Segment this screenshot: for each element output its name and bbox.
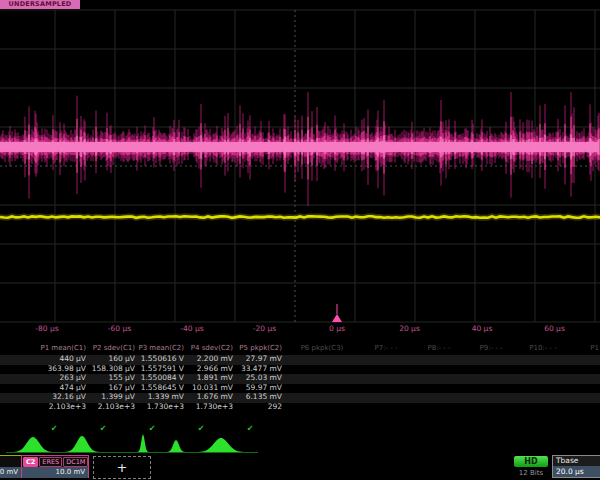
c2-name-chip: C2: [23, 457, 38, 467]
measurement-header-inactive[interactable]: P11:- - -: [569, 343, 600, 354]
time-tick-label: -40 µs: [170, 324, 214, 334]
time-tick-label: -80 µs: [25, 324, 69, 334]
channel-descriptor-c2[interactable]: C2 ERES DC1M 10.0 mV: [21, 455, 89, 478]
measurement-header-inactive[interactable]: P10:- - -: [508, 343, 578, 354]
time-tick-label: 20 µs: [388, 324, 432, 334]
measurement-max: 59.97 mV: [220, 383, 282, 393]
measurement-status-check: ✔: [91, 423, 115, 434]
c1-scale-value: 10.0 mV: [0, 467, 21, 478]
measurement-sdev: 6.135 mV: [220, 392, 282, 402]
trigger-time-marker[interactable]: [332, 314, 342, 322]
measurement-column-p5[interactable]: P5 pkpk(C2)27.97 mV33.477 mV25.03 mV59.9…: [220, 343, 282, 412]
c2-mode-chip: ERES: [39, 457, 62, 467]
measurement-header: P5 pkpk(C2): [220, 343, 282, 354]
c2-coupling-chip: DC1M: [63, 457, 88, 467]
trace-c1: [0, 216, 600, 218]
measurement-status-check: ✔: [140, 423, 164, 434]
c2-scale-value: 10.0 mV: [22, 467, 88, 478]
histicon-p5: [191, 438, 251, 452]
timebase-title: Tbase: [553, 456, 600, 466]
channel-descriptor-c1[interactable]: DC1M 10.0 mV: [0, 455, 22, 478]
measurement-status-check: ✔: [238, 423, 262, 434]
measurement-status-check: ✔: [42, 423, 66, 434]
add-trace-button[interactable]: +: [93, 456, 151, 479]
time-tick-label: 40 µs: [460, 324, 504, 334]
time-tick-label: 0 µs: [315, 324, 359, 334]
timebase-value: 20.0 µs: [553, 466, 600, 477]
measurement-min: 25.03 mV: [220, 373, 282, 383]
measurement-num: 292: [220, 402, 282, 412]
hd-bits-label: 12 Bits: [510, 469, 552, 478]
measurement-value: 27.97 mV: [220, 354, 282, 364]
measurement-header-inactive[interactable]: P6 pkpk(C3): [287, 343, 357, 354]
measurement-status-check: ✔: [189, 423, 213, 434]
timebase-descriptor[interactable]: Tbase 20.0 µs: [552, 455, 600, 478]
histicon-p4: [164, 440, 188, 452]
hd-mode-badge[interactable]: HD: [514, 456, 548, 467]
time-tick-label: -60 µs: [98, 324, 142, 334]
time-tick-label: -20 µs: [243, 324, 287, 334]
measurement-mean: 33.477 mV: [220, 364, 282, 374]
time-tick-label: 60 µs: [533, 324, 577, 334]
histicon-p1: [7, 437, 59, 452]
graticule-center-axes: [0, 10, 600, 322]
oscilloscope-screen: UNDERSAMPLED -100 µs-80 µs-60 µs-40 µs-2…: [0, 0, 600, 480]
histicon-p3: [136, 434, 150, 452]
histicon-p2: [60, 436, 104, 452]
